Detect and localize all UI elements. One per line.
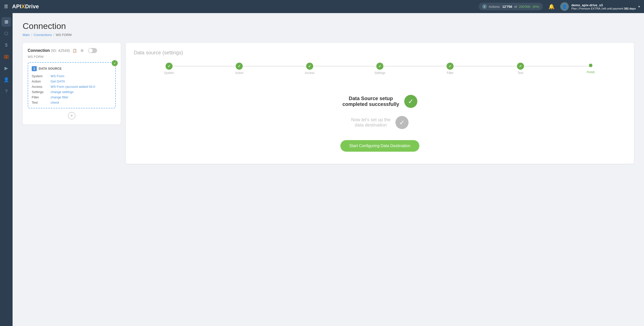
step-circle-access: ✓ (306, 63, 313, 70)
ds-value-test[interactable]: check (51, 101, 59, 104)
ds-settings-title: Data source (settings) (134, 50, 626, 56)
step-label-finish: Finish (587, 70, 595, 74)
ds-row-settings: Settings change settings (32, 90, 112, 94)
sidebar: ⊞ ⬡ $ 💼 ▶ 👤 ? (0, 13, 13, 326)
breadcrumb-current: WS FORM (56, 33, 72, 37)
step-label-filter: Filter (447, 71, 454, 75)
connection-title: Connection (ID: 42549) (28, 48, 70, 53)
step-circle-action: ✓ (236, 63, 243, 70)
step-label-system: System (164, 71, 174, 75)
user-section: 👤 demo_apix-drive_s3 Plan | Premium EXTR… (560, 2, 640, 11)
ds-rows: System WS Form Action Get DATA Access WS… (32, 74, 112, 104)
sidebar-item-billing[interactable]: $ (2, 40, 11, 50)
user-name: demo_apix-drive_s3 (571, 3, 636, 7)
left-card: Connection (ID: 42549) 📋 ⚙ WS FORM ✓ 1 D… (23, 43, 121, 125)
ds-title: DATA SOURCE (39, 67, 62, 70)
ds-value-settings[interactable]: change settings (51, 90, 73, 94)
connection-id: (ID: 42549) (51, 48, 70, 53)
step-label-settings: Settings (374, 71, 385, 75)
success-row-sub: Now let's set up thedata destination ✓ (351, 116, 409, 129)
success-area: Data Source setupcompleted successfully … (134, 90, 626, 157)
sidebar-item-help[interactable]: ? (2, 87, 11, 96)
sidebar-item-services[interactable]: 💼 (2, 52, 11, 61)
step-circle-settings: ✓ (376, 63, 383, 70)
step-test: ✓ Test (485, 63, 555, 75)
ds-row-access: Access WS Form (account added 04.0 (32, 85, 112, 89)
toggle-switch[interactable] (88, 48, 97, 53)
user-plan: Plan | Premium EXTRA | left until paymen… (571, 7, 636, 10)
ds-value-access[interactable]: WS Form (account added 04.0 (51, 85, 95, 89)
ds-value-filter[interactable]: change filter (51, 95, 68, 99)
sidebar-item-profile[interactable]: 👤 (2, 75, 11, 85)
success-text-sub: Now let's set up thedata destination (351, 117, 391, 128)
page-title: Connection (23, 21, 634, 31)
settings-icon[interactable]: ⚙ (79, 48, 85, 53)
sidebar-item-home[interactable]: ⊞ (2, 17, 11, 27)
step-finish: Finish (556, 64, 626, 74)
actions-of: of (514, 5, 517, 9)
actions-label: Actions: (489, 5, 500, 9)
actions-total: 200'000 (519, 5, 531, 9)
main-content: Connection Main / Connections / WS FORM … (13, 13, 644, 326)
sidebar-item-connections[interactable]: ⬡ (2, 29, 11, 38)
step-label-action: Action (235, 71, 243, 75)
success-row-main: Data Source setupcompleted successfully … (342, 95, 417, 108)
step-system: ✓ System (134, 63, 204, 75)
ds-value-action[interactable]: Get DATA (51, 79, 65, 83)
success-check-gray: ✓ (395, 116, 409, 129)
success-check-green: ✓ (404, 95, 417, 108)
chevron-down-icon[interactable]: ▾ (638, 5, 640, 9)
connection-header: Connection (ID: 42549) 📋 ⚙ (28, 48, 116, 53)
step-label-access: Access (305, 71, 314, 75)
logo-api: API (12, 3, 21, 10)
breadcrumb: Main / Connections / WS FORM (23, 33, 634, 37)
step-circle-finish (589, 64, 592, 67)
info-icon: i (482, 4, 487, 9)
start-configuring-button[interactable]: Start Configuring Data Destination (340, 140, 420, 152)
step-action: ✓ Action (204, 63, 274, 75)
step-circle-test: ✓ (517, 63, 524, 70)
ds-number: 1 (32, 66, 37, 71)
ds-value-system[interactable]: WS Form (51, 74, 64, 78)
step-filter: ✓ Filter (415, 63, 485, 75)
actions-pct: (6%) (533, 5, 539, 9)
stepper: ✓ System ✓ Action ✓ Access ✓ Settings (134, 63, 626, 75)
right-card: Data source (settings) ✓ System ✓ Action (126, 43, 634, 164)
actions-count: 12'756 (502, 5, 512, 9)
cards-row: Connection (ID: 42549) 📋 ⚙ WS FORM ✓ 1 D… (23, 43, 634, 164)
step-access: ✓ Access (274, 63, 345, 75)
success-text-main: Data Source setupcompleted successfully (342, 96, 399, 107)
step-label-test: Test (518, 71, 523, 75)
step-circle-filter: ✓ (447, 63, 454, 70)
copy-icon[interactable]: 📋 (72, 48, 77, 53)
breadcrumb-connections[interactable]: Connections (34, 33, 52, 37)
ds-row-test: Test check (32, 101, 112, 104)
breadcrumb-main[interactable]: Main (23, 33, 30, 37)
ds-row-filter: Filter change filter (32, 95, 112, 99)
avatar: 👤 (560, 2, 569, 11)
menu-icon[interactable]: ☰ (4, 4, 8, 9)
ds-row-system: System WS Form (32, 74, 112, 78)
ds-row-action: Action Get DATA (32, 79, 112, 83)
ds-header: 1 DATA SOURCE (32, 66, 112, 71)
user-info: demo_apix-drive_s3 Plan | Premium EXTRA … (571, 3, 636, 10)
logo-x: X (21, 3, 25, 10)
ws-form-label: WS FORM (28, 55, 116, 59)
logo-drive: Drive (25, 3, 39, 10)
ds-check-icon: ✓ (112, 60, 118, 66)
logo: API X Drive (12, 3, 39, 10)
actions-badge: i Actions: 12'756 of 200'000 (6%) (479, 3, 543, 10)
step-circle-system: ✓ (166, 63, 173, 70)
data-source-box: ✓ 1 DATA SOURCE System WS Form Action Ge… (28, 62, 116, 108)
topnav: ☰ API X Drive i Actions: 12'756 of 200'0… (0, 0, 644, 13)
sidebar-item-tutorials[interactable]: ▶ (2, 63, 11, 73)
notification-icon[interactable]: 🔔 (547, 2, 556, 11)
add-button[interactable]: + (68, 112, 75, 119)
step-settings: ✓ Settings (345, 63, 415, 75)
